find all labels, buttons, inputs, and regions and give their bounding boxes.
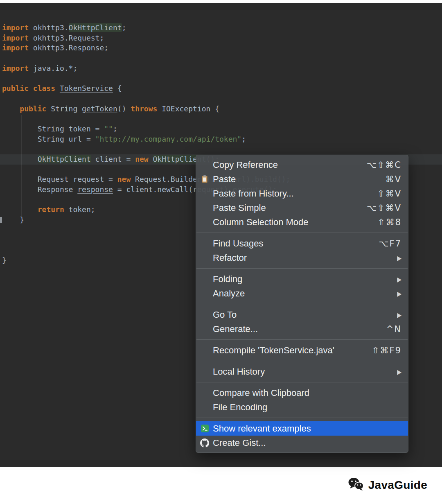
menu-item-paste[interactable]: Paste⌘V	[196, 172, 408, 186]
menu-separator	[196, 304, 408, 304]
code-line: import okhttp3.OkHttpClient;	[2, 23, 442, 33]
menu-item-local-history[interactable]: Local History▶	[196, 364, 408, 379]
menu-item-create-gist[interactable]: Create Gist...	[196, 436, 408, 450]
footer-brand: JavaGuide	[348, 476, 427, 495]
code-line: import okhttp3.Request;	[2, 33, 442, 43]
submenu-arrow-icon: ▶	[397, 275, 401, 283]
code-line: public String getToken() throws IOExcept…	[2, 104, 442, 114]
menu-item-find-usages[interactable]: Find Usages⌥F7	[196, 236, 408, 251]
menu-item-label: Copy Reference	[213, 160, 367, 170]
menu-item-label: Folding	[213, 274, 397, 285]
menu-separator	[196, 382, 408, 382]
github-icon	[200, 438, 209, 447]
menu-item-label: Create Gist...	[213, 438, 401, 448]
menu-item-generate[interactable]: Generate...^N	[196, 322, 408, 336]
code-line: String token = "";	[2, 124, 442, 134]
menu-item-label: Go To	[213, 310, 397, 320]
menu-item-folding[interactable]: Folding▶	[196, 272, 408, 286]
menu-item-label: Compare with Clipboard	[213, 388, 401, 398]
menu-item-label: Local History	[213, 366, 397, 377]
menu-item-refactor[interactable]: Refactor▶	[196, 251, 408, 265]
menu-separator	[196, 268, 408, 269]
submenu-arrow-icon: ▶	[397, 368, 401, 375]
menu-item-analyze[interactable]: Analyze▶	[196, 286, 408, 301]
code-line	[2, 53, 442, 63]
menu-item-shortcut: ⇧⌘8	[378, 217, 401, 227]
code-line	[2, 144, 442, 154]
menu-item-label: Analyze	[213, 288, 397, 299]
code-line	[2, 73, 442, 84]
menu-separator	[196, 361, 408, 361]
menu-separator	[196, 339, 408, 340]
menu-item-copy-reference[interactable]: Copy Reference⌥⇧⌘C	[196, 158, 408, 172]
menu-item-shortcut: ^N	[386, 324, 401, 334]
menu-item-shortcut: ⌥F7	[379, 239, 401, 249]
submenu-arrow-icon: ▶	[397, 311, 401, 318]
menu-item-label: Show relevant examples	[213, 423, 401, 434]
examples-icon	[200, 424, 209, 433]
menu-item-label: Column Selection Mode	[213, 217, 378, 228]
wechat-icon	[348, 477, 364, 493]
menu-item-label: Generate...	[213, 324, 386, 334]
menu-separator	[196, 233, 408, 233]
menu-item-shortcut: ⇧⌘V	[377, 189, 401, 199]
menu-item-label: Refactor	[213, 253, 397, 263]
clipboard-icon	[200, 175, 209, 184]
menu-item-shortcut: ⇧⌘F9	[372, 346, 401, 355]
code-line: public class TokenService {	[2, 84, 442, 94]
menu-item-compare-with-clipboard[interactable]: Compare with Clipboard	[196, 386, 408, 400]
menu-item-file-encoding[interactable]: File Encoding	[196, 400, 408, 414]
code-line	[2, 114, 442, 124]
submenu-arrow-icon: ▶	[397, 254, 401, 261]
menu-item-shortcut: ⌥⇧⌘C	[367, 160, 401, 170]
menu-item-label: Paste Simple	[213, 203, 367, 213]
menu-item-paste-simple[interactable]: Paste Simple⌥⇧⌘V	[196, 201, 408, 215]
menu-item-label: Paste from History...	[213, 188, 377, 199]
submenu-arrow-icon: ▶	[397, 289, 401, 297]
menu-item-go-to[interactable]: Go To▶	[196, 307, 408, 322]
menu-item-shortcut: ⌘V	[386, 174, 401, 184]
menu-item-label: File Encoding	[213, 402, 401, 413]
menu-item-recompile-tokenservice-java[interactable]: Recompile 'TokenService.java'⇧⌘F9	[196, 343, 408, 357]
context-menu: Copy Reference⌥⇧⌘CPaste⌘VPaste from Hist…	[196, 155, 408, 453]
code-line: import java.io.*;	[2, 63, 442, 74]
menu-item-label: Recompile 'TokenService.java'	[213, 345, 372, 356]
code-line: import okhttp3.Response;	[2, 43, 442, 53]
menu-separator	[196, 418, 408, 418]
menu-item-shortcut: ⌥⇧⌘V	[367, 203, 401, 213]
code-line	[2, 94, 442, 104]
menu-item-column-selection-mode[interactable]: Column Selection Mode⇧⌘8	[196, 215, 408, 229]
menu-item-label: Find Usages	[213, 238, 379, 249]
brand-text: JavaGuide	[368, 479, 427, 492]
menu-item-show-relevant-examples[interactable]: Show relevant examples	[196, 421, 408, 436]
code-line: String url = "http://my.company.com/api/…	[2, 134, 442, 145]
menu-item-label: Paste	[213, 174, 386, 185]
menu-item-paste-from-history[interactable]: Paste from History...⇧⌘V	[196, 186, 408, 201]
